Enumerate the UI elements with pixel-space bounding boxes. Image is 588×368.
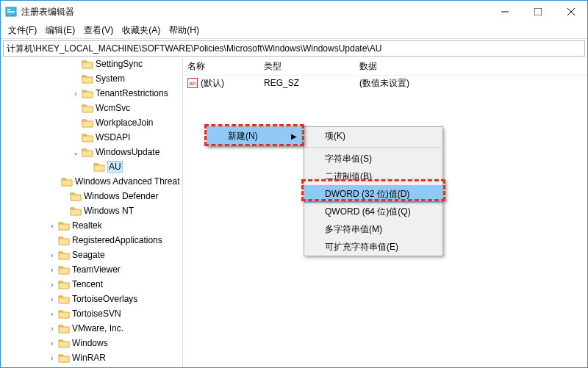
tree-item[interactable]: ⌄WindowsUpdate xyxy=(1,145,182,159)
string-value-icon: ab xyxy=(187,78,198,88)
expand-icon[interactable]: › xyxy=(48,295,57,303)
menu-favorites[interactable]: 收藏夹(A) xyxy=(118,23,165,38)
tree-item[interactable]: ›TortoiseOverlays xyxy=(1,292,182,306)
close-button[interactable] xyxy=(554,1,587,23)
tree-item-label: Tencent xyxy=(72,279,103,289)
tree-item-label: System xyxy=(96,73,125,84)
col-header-data[interactable]: 数据 xyxy=(359,60,587,73)
tree-item-label: Windows xyxy=(72,338,108,348)
menu-item-label: 项(K) xyxy=(325,130,345,142)
expand-icon[interactable]: › xyxy=(71,90,80,98)
tree-item-label: TenantRestrictions xyxy=(96,88,168,98)
window-controls xyxy=(488,1,587,23)
folder-icon xyxy=(58,250,70,260)
tree-item-label: Seagate xyxy=(72,250,105,260)
tree-item-label: Windows Advanced Threat Protection xyxy=(75,176,183,187)
tree-item-label: WinRAR xyxy=(72,353,106,363)
tree-item[interactable]: Windows Defender xyxy=(1,189,182,203)
menu-item[interactable]: 可扩充字符串值(E) xyxy=(304,238,442,256)
menu-file[interactable]: 文件(F) xyxy=(4,23,41,38)
menu-item[interactable]: 二进制值(B) xyxy=(304,167,442,185)
value-name: (默认) xyxy=(201,77,224,90)
tree-item-label: VMware, Inc. xyxy=(72,323,123,333)
tree-item-label: AU xyxy=(107,161,123,173)
col-header-name[interactable]: 名称 xyxy=(183,60,264,73)
menu-item[interactable]: DWORD (32 位)值(D) xyxy=(304,185,442,203)
tree-pane[interactable]: SettingSyncSystem›TenantRestrictionsWcmS… xyxy=(1,58,183,367)
context-submenu-new: 项(K)字符串值(S)二进制值(B)DWORD (32 位)值(D)QWORD … xyxy=(304,126,443,256)
minimize-button[interactable] xyxy=(488,1,521,23)
tree-item[interactable]: SettingSync xyxy=(1,58,182,71)
folder-icon xyxy=(58,235,70,245)
menu-item[interactable]: 字符串值(S) xyxy=(304,150,442,167)
window-title: 注册表编辑器 xyxy=(21,6,488,18)
context-menu-new: 新建(N) ▶ xyxy=(207,126,302,145)
value-type: REG_SZ xyxy=(264,78,359,88)
titlebar: 注册表编辑器 xyxy=(1,1,587,23)
menu-item-label: 多字符串值(M) xyxy=(325,223,382,236)
tree-item[interactable]: ›TortoiseSVN xyxy=(1,306,182,321)
menu-item-new[interactable]: 新建(N) ▶ xyxy=(207,127,301,145)
tree-item[interactable]: WorkplaceJoin xyxy=(1,115,182,130)
folder-icon xyxy=(58,294,70,304)
tree-item[interactable]: ›TeamViewer xyxy=(1,262,182,277)
submenu-arrow-icon: ▶ xyxy=(291,132,297,140)
tree-item[interactable]: ›WinRAR xyxy=(1,350,182,365)
tree-item[interactable]: ›Tencent xyxy=(1,277,182,292)
menu-item[interactable]: 项(K) xyxy=(304,127,442,145)
tree-item[interactable]: RegisteredApplications xyxy=(1,233,182,248)
menu-item-label: 二进制值(B) xyxy=(325,170,372,183)
list-pane[interactable]: 名称 类型 数据 ab (默认) REG_SZ (数值未设置) 新建(N) ▶ xyxy=(183,58,587,367)
tree-item-label: Realtek xyxy=(72,220,102,231)
svg-rect-5 xyxy=(534,8,542,15)
expand-icon[interactable]: › xyxy=(48,354,57,362)
folder-icon xyxy=(93,162,105,172)
menu-edit[interactable]: 编辑(E) xyxy=(41,23,79,38)
folder-icon xyxy=(58,264,70,275)
tree-item[interactable]: ›Windows xyxy=(1,336,182,350)
tree-item[interactable]: ›TenantRestrictions xyxy=(1,86,182,101)
list-header: 名称 类型 数据 xyxy=(183,58,587,76)
menu-help[interactable]: 帮助(H) xyxy=(165,23,204,38)
tree-item[interactable]: WcmSvc xyxy=(1,101,182,115)
menu-view[interactable]: 查看(V) xyxy=(79,23,118,38)
folder-icon xyxy=(82,132,93,142)
menu-item[interactable]: 多字符串值(M) xyxy=(304,220,442,238)
folder-icon xyxy=(82,147,93,157)
menu-item[interactable]: QWORD (64 位)值(Q) xyxy=(304,203,442,220)
menubar: 文件(F) 编辑(E) 查看(V) 收藏夹(A) 帮助(H) xyxy=(1,23,587,39)
tree-item-label: Windows Defender xyxy=(84,191,158,201)
folder-icon xyxy=(58,338,70,348)
address-bar[interactable]: 计算机\HKEY_LOCAL_MACHINE\SOFTWARE\Policies… xyxy=(3,40,585,57)
maximize-button[interactable] xyxy=(521,1,554,23)
tree-item-label: RegisteredApplications xyxy=(72,235,162,245)
expand-icon[interactable]: › xyxy=(48,222,57,230)
list-row[interactable]: ab (默认) REG_SZ (数值未设置) xyxy=(183,76,587,90)
expand-icon[interactable]: › xyxy=(48,251,57,259)
menu-item-label: 字符串值(S) xyxy=(325,153,372,165)
tree-item[interactable]: ›VMware, Inc. xyxy=(1,321,182,336)
folder-icon xyxy=(82,103,93,113)
tree-item-label: WindowsUpdate xyxy=(96,147,159,157)
expand-icon[interactable]: › xyxy=(48,281,57,289)
tree-item[interactable]: AU xyxy=(1,159,182,174)
expand-icon[interactable]: › xyxy=(48,310,57,318)
value-data: (数值未设置) xyxy=(359,77,587,90)
expand-icon[interactable]: › xyxy=(48,325,57,333)
app-icon xyxy=(5,6,17,18)
tree-item[interactable]: ›Seagate xyxy=(1,248,182,262)
tree-item[interactable]: System xyxy=(1,71,182,86)
col-header-type[interactable]: 类型 xyxy=(264,60,359,73)
content-area: SettingSyncSystem›TenantRestrictionsWcmS… xyxy=(1,58,587,367)
folder-icon xyxy=(58,309,70,319)
menu-separator xyxy=(306,147,441,148)
tree-item[interactable]: Windows Advanced Threat Protection xyxy=(1,174,182,189)
collapse-icon[interactable]: ⌄ xyxy=(71,148,80,156)
tree-item[interactable]: WSDAPI xyxy=(1,130,182,145)
expand-icon[interactable]: › xyxy=(48,266,57,274)
tree-item[interactable]: ›Realtek xyxy=(1,218,182,233)
tree-item-label: TortoiseOverlays xyxy=(72,294,137,304)
tree-item[interactable]: Windows NT xyxy=(1,203,182,218)
expand-icon[interactable]: › xyxy=(48,339,57,347)
menu-item-label: QWORD (64 位)值(Q) xyxy=(325,206,411,218)
